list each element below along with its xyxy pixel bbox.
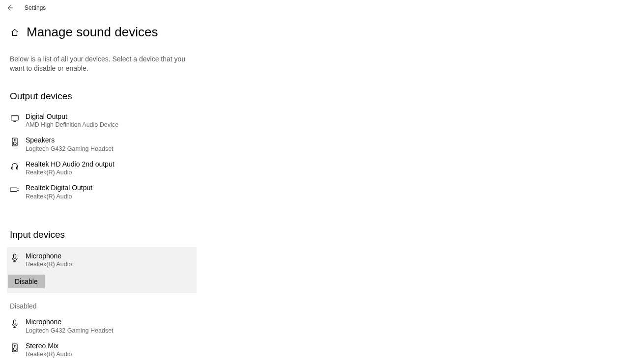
intro-text: Below is a list of all your devices. Sel… [10, 55, 192, 73]
device-realtek-2nd[interactable]: Realtek HD Audio 2nd output Realtek(R) A… [10, 156, 195, 180]
headphones-icon [10, 161, 20, 171]
speaker-icon [10, 343, 20, 353]
monitor-icon [10, 113, 20, 123]
digital-icon [10, 185, 20, 195]
device-microphone-selected[interactable]: Microphone Realtek(R) Audio [7, 247, 192, 272]
device-name: Realtek HD Audio 2nd output [26, 160, 195, 169]
svg-rect-0 [11, 115, 18, 120]
arrow-left-icon [6, 4, 13, 11]
device-sub: Realtek(R) Audio [26, 261, 192, 268]
svg-point-3 [14, 140, 15, 140]
device-sub: Logitech G432 Gaming Headset [26, 327, 195, 334]
page-title: Manage sound devices [27, 25, 158, 40]
device-sub: Realtek(R) Audio [26, 193, 195, 200]
device-realtek-digital[interactable]: Realtek Digital Output Realtek(R) Audio [10, 180, 195, 204]
disabled-label: Disabled [10, 302, 619, 310]
svg-point-10 [13, 348, 16, 351]
device-name: Realtek Digital Output [26, 184, 195, 193]
svg-point-2 [13, 142, 16, 145]
device-name: Speakers [26, 136, 195, 145]
svg-point-11 [14, 345, 15, 346]
svg-rect-6 [10, 188, 17, 192]
svg-rect-7 [14, 254, 16, 258]
microphone-icon [10, 253, 20, 263]
content: Below is a list of all your devices. Sel… [0, 55, 629, 362]
output-section-title: Output devices [10, 91, 619, 102]
home-icon[interactable] [10, 28, 20, 37]
app-name: Settings [25, 4, 46, 11]
device-digital-output[interactable]: Digital Output AMD High Definition Audio… [10, 109, 195, 133]
back-button[interactable] [0, 0, 20, 16]
device-name: Microphone [26, 252, 192, 261]
device-name: Digital Output [26, 112, 195, 121]
device-sub: Realtek(R) Audio [26, 351, 195, 358]
input-section-title: Input devices [10, 229, 619, 240]
device-name: Microphone [26, 318, 195, 327]
device-sub: AMD High Definition Audio Device [26, 121, 195, 128]
device-speakers[interactable]: Speakers Logitech G432 Gaming Headset [10, 132, 195, 156]
selected-device-block: Microphone Realtek(R) Audio Disable [7, 247, 197, 294]
device-sub: Realtek(R) Audio [26, 169, 195, 176]
device-microphone-disabled[interactable]: Microphone Logitech G432 Gaming Headset [10, 314, 195, 338]
page-header: Manage sound devices [0, 16, 629, 40]
microphone-icon [10, 319, 20, 329]
device-name: Stereo Mix [26, 342, 195, 351]
svg-rect-8 [14, 320, 16, 324]
device-stereo-mix[interactable]: Stereo Mix Realtek(R) Audio [10, 338, 195, 362]
titlebar: Settings [0, 0, 629, 16]
disable-button[interactable]: Disable [8, 275, 45, 288]
speaker-icon [10, 137, 20, 147]
device-sub: Logitech G432 Gaming Headset [26, 145, 195, 152]
